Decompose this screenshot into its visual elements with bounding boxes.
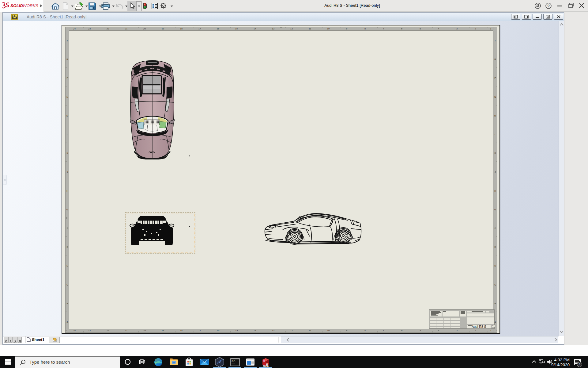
svg-text:SOLID: SOLID: [10, 3, 23, 8]
svg-text:WORKS: WORKS: [23, 3, 38, 8]
svg-text:C:\_: C:\_: [232, 360, 237, 362]
svg-text:?: ?: [547, 4, 550, 8]
svg-text:S: S: [263, 359, 265, 362]
